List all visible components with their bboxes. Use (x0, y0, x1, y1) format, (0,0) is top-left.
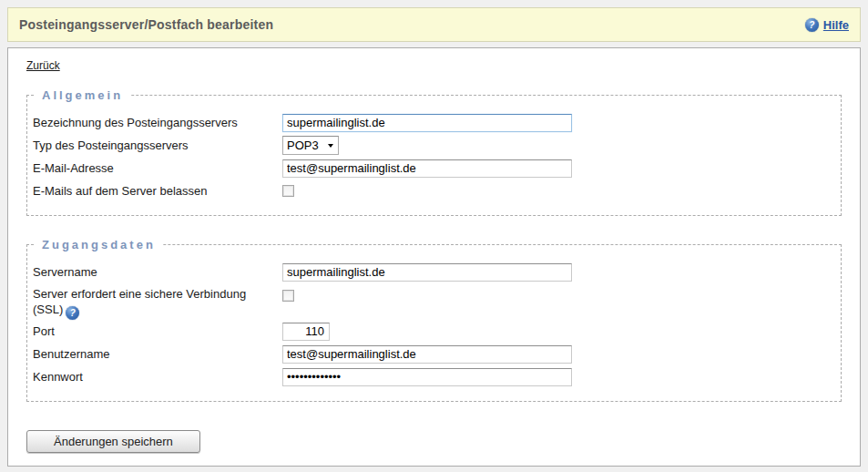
typ-label: Typ des Posteingangsservers (33, 138, 282, 153)
page-title: Posteingangsserver/Postfach bearbeiten (19, 17, 273, 32)
email-input[interactable] (282, 159, 572, 178)
bezeichnung-input[interactable] (282, 114, 572, 132)
typ-select[interactable]: POP3 (282, 136, 339, 155)
ssl-label: Server erfordert eine sichere Verbindung… (33, 286, 282, 320)
form-row-servername: Servername (33, 261, 835, 283)
section-allgemein: Allgemein Bezeichnung des Posteingangsse… (26, 88, 842, 216)
keep-on-server-label: E-Mails auf dem Server belassen (33, 183, 282, 199)
ssl-checkbox[interactable] (282, 290, 294, 302)
save-button[interactable]: Änderungen speichern (26, 430, 200, 453)
typ-select-wrap: POP3 (282, 136, 339, 155)
form-row-keep-on-server: E-Mails auf dem Server belassen (33, 180, 835, 202)
form-row-email: E-Mail-Adresse (33, 157, 835, 180)
section-zugangsdaten-legend: Zugangsdaten (35, 238, 163, 251)
benutzername-label: Benutzername (33, 346, 282, 362)
form-row-typ: Typ des Posteingangsservers POP3 (33, 134, 835, 157)
button-row: Änderungen speichern (26, 430, 842, 453)
content-panel: Zurück Allgemein Bezeichnung des Postein… (7, 47, 861, 467)
form-row-port: Port (33, 320, 835, 343)
form-row-benutzername: Benutzername (33, 343, 835, 365)
keep-on-server-checkbox[interactable] (282, 185, 294, 197)
help-link[interactable]: Hilfe (823, 18, 849, 32)
form-row-bezeichnung: Bezeichnung des Posteingangsservers (33, 111, 835, 134)
form-row-ssl: Server erfordert eine sichere Verbindung… (33, 283, 835, 320)
form-row-kennwort: Kennwort (33, 365, 835, 388)
port-input[interactable] (282, 323, 330, 341)
help-area: ? Hilfe (805, 18, 849, 32)
bezeichnung-label: Bezeichnung des Posteingangsservers (33, 115, 282, 130)
email-label: E-Mail-Adresse (33, 160, 282, 176)
servername-input[interactable] (282, 263, 572, 282)
kennwort-label: Kennwort (33, 369, 282, 385)
servername-label: Servername (33, 264, 282, 280)
ssl-help-icon[interactable]: ? (66, 306, 79, 320)
title-bar: Posteingangsserver/Postfach bearbeiten ?… (7, 7, 861, 42)
help-icon[interactable]: ? (805, 18, 819, 32)
section-zugangsdaten: Zugangsdaten Servername Server erfordert… (26, 238, 842, 402)
back-link[interactable]: Zurück (26, 59, 60, 72)
benutzername-input[interactable] (282, 345, 572, 364)
section-allgemein-legend: Allgemein (35, 88, 130, 102)
port-label: Port (33, 323, 282, 339)
kennwort-input[interactable] (282, 368, 572, 386)
